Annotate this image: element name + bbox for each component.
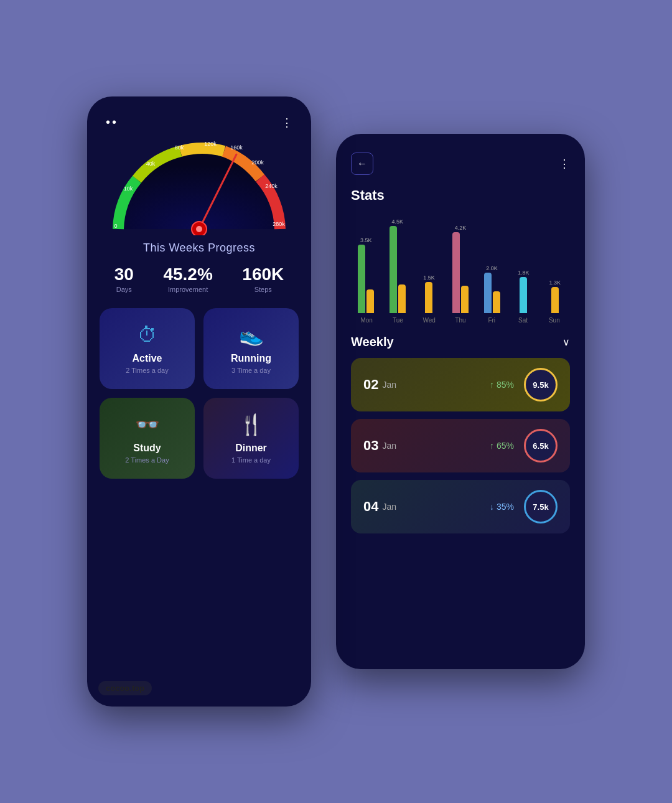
- stat-days: 30 Days: [114, 265, 134, 293]
- svg-text:240k: 240k: [265, 183, 278, 189]
- row-change-04: ↓ 35%: [490, 502, 514, 512]
- weekly-row-jan03[interactable]: 03 Jan ↑ 65% 6.5k: [351, 419, 570, 472]
- row-date-04: 04: [363, 499, 378, 515]
- bar-label-sat-top: 1.8K: [518, 270, 530, 276]
- stat-steps: 160K Steps: [242, 265, 284, 293]
- bar-wed-yellow: [425, 282, 432, 313]
- svg-text:80k: 80k: [175, 144, 184, 151]
- weekly-title: Weekly: [351, 335, 394, 349]
- stat-improvement-label: Improvement: [163, 286, 212, 293]
- row-date-02: 02: [363, 377, 378, 393]
- stat-improvement: 45.2% Improvement: [163, 265, 212, 293]
- day-label-sat: Sat: [507, 317, 538, 324]
- day-label-fri: Fri: [476, 317, 507, 324]
- svg-text:0: 0: [114, 223, 117, 229]
- svg-point-11: [196, 226, 202, 232]
- running-subtitle: 3 Time a day: [231, 367, 271, 374]
- bar-label-thu-top: 4.2K: [455, 225, 467, 231]
- bar-label-sun-top: 1.3K: [549, 279, 561, 286]
- badge-02: 9.5k: [524, 368, 558, 402]
- svg-text:120k: 120k: [204, 141, 217, 147]
- study-title: Study: [133, 443, 161, 454]
- day-label-mon: Mon: [351, 317, 382, 324]
- row-month-04: Jan: [382, 502, 396, 512]
- active-subtitle: 2 Times a day: [126, 367, 168, 374]
- card-dinner[interactable]: 🍴 Dinner 1 Time a day: [203, 398, 299, 479]
- bar-label-tue-top: 4.5K: [392, 218, 404, 225]
- watermark: cocoo.top: [98, 681, 152, 695]
- active-icon: ⏱: [138, 324, 157, 347]
- svg-text:40k: 40k: [146, 161, 156, 167]
- bar-mon-yellow: [366, 289, 374, 313]
- day-label-tue: Tue: [382, 317, 413, 324]
- day-label-sun: Sun: [539, 317, 570, 324]
- dinner-title: Dinner: [235, 443, 267, 454]
- right-menu-icon[interactable]: ⋮: [559, 157, 570, 171]
- dots-icon: ••: [106, 115, 118, 129]
- dinner-icon: 🍴: [239, 413, 264, 436]
- weekly-row-jan04[interactable]: 04 Jan ↓ 35% 7.5k: [351, 480, 570, 533]
- row-change-02: ↑ 85%: [490, 380, 514, 390]
- weekly-chevron-icon[interactable]: ∨: [562, 336, 570, 348]
- row-change-03: ↑ 65%: [490, 441, 514, 451]
- active-title: Active: [132, 353, 162, 364]
- running-title: Running: [231, 353, 271, 364]
- bar-mon-green: [358, 245, 365, 313]
- stat-days-label: Days: [114, 286, 134, 293]
- bar-tue-green: [390, 226, 397, 313]
- bar-sun-yellow: [551, 287, 559, 313]
- dinner-subtitle: 1 Time a day: [231, 456, 271, 464]
- running-icon: 👟: [239, 323, 264, 347]
- bar-label-mon-top: 3.5K: [360, 237, 372, 243]
- study-subtitle: 2 Times a Day: [125, 456, 169, 464]
- back-button[interactable]: ←: [351, 153, 373, 175]
- bar-label-wed-top: 1.5K: [423, 275, 435, 281]
- card-running[interactable]: 👟 Running 3 Time a day: [203, 308, 299, 389]
- left-phone: •• ⋮: [87, 96, 311, 707]
- progress-title: This Weeks Progress: [143, 242, 255, 255]
- card-study[interactable]: 👓 Study 2 Times a Day: [100, 398, 195, 479]
- weekly-header: Weekly ∨: [351, 335, 570, 349]
- stat-days-value: 30: [114, 265, 134, 284]
- weekly-row-jan02[interactable]: 02 Jan ↑ 85% 9.5k: [351, 358, 570, 411]
- day-label-wed: Wed: [414, 317, 445, 324]
- stat-steps-value: 160K: [242, 265, 284, 284]
- row-month-03: Jan: [382, 441, 396, 451]
- activity-cards-grid: ⏱ Active 2 Times a day 👟 Running 3 Time …: [100, 308, 299, 479]
- stat-steps-label: Steps: [242, 286, 284, 293]
- row-month-02: Jan: [382, 380, 396, 390]
- svg-text:160k: 160k: [230, 144, 243, 151]
- svg-text:280k: 280k: [273, 221, 285, 227]
- stats-row: 30 Days 45.2% Improvement 160K Steps: [100, 265, 299, 293]
- svg-text:10k: 10k: [124, 185, 133, 192]
- bar-tue-yellow: [398, 284, 406, 313]
- right-header: ← ⋮: [351, 153, 570, 175]
- bar-chart: 3.5K 4.5K 1.5K: [351, 214, 570, 324]
- stat-improvement-value: 45.2%: [163, 265, 212, 284]
- svg-text:200k: 200k: [251, 159, 264, 166]
- phone-header: •• ⋮: [100, 115, 299, 129]
- badge-04: 7.5k: [524, 490, 558, 524]
- card-active[interactable]: ⏱ Active 2 Times a day: [100, 308, 195, 389]
- stats-section-title: Stats: [351, 187, 570, 204]
- right-phone: ← ⋮ Stats 3.5K 4.5K: [336, 134, 585, 669]
- bar-sat-cyan: [520, 277, 527, 313]
- bar-label-fri-top: 2.0K: [486, 265, 498, 271]
- day-label-thu: Thu: [445, 317, 476, 324]
- bar-fri-yellow: [493, 291, 500, 313]
- row-date-03: 03: [363, 438, 378, 454]
- study-icon: 👓: [135, 413, 160, 436]
- bar-thu-pink: [452, 232, 460, 313]
- menu-icon[interactable]: ⋮: [281, 116, 292, 129]
- speedometer: 0 10k 40k 80k 120k 160k 200k 240k 280k: [106, 136, 292, 235]
- bar-fri-blue: [484, 273, 492, 313]
- badge-03: 6.5k: [524, 429, 558, 463]
- bar-thu-yellow: [461, 286, 469, 313]
